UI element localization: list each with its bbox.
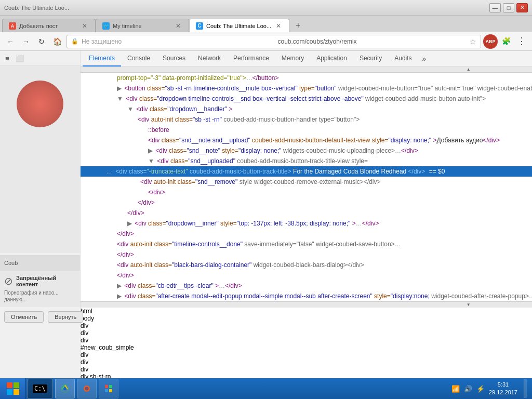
breadcrumb-new-coub[interactable]: #new_coub_simple [81,344,532,351]
devtools-tab-elements[interactable]: Elements [83,51,121,66]
attr-name: class= [148,220,166,227]
address-url: coub.com/coubs/ztyoh/remix [278,38,467,45]
devtools-more-button[interactable]: » [418,51,431,66]
breadcrumb-div2[interactable]: div [81,329,532,337]
html-panel[interactable]: prompt-top="-3" data-prompt-initialized=… [81,73,532,301]
tag: <div [117,261,128,269]
attr-name-sel2: coubed-add-music-button-track-title> [190,168,291,175]
sidebar-icon-1[interactable]: ≡ [2,53,12,63]
new-tab-button[interactable]: + [289,19,305,32]
breadcrumb-div3[interactable]: div [81,337,532,344]
taskbar-clock[interactable]: 5:31 29.12.2017 [489,381,517,397]
scroll-down-button[interactable]: ▼ [81,301,532,308]
taskbar-firefox[interactable] [77,379,97,398]
tag: </div> [138,199,155,206]
expand-icon[interactable]: ▼ [127,104,134,114]
tag: <div [138,116,149,123]
devtools-tab-console[interactable]: Console [121,51,156,66]
taskbar-colorpicker[interactable] [99,379,118,398]
tab-favicon-2: 🐦 [102,22,110,30]
attr-name2: type= [299,85,315,92]
breadcrumb-body[interactable]: body [81,315,532,322]
reload-button[interactable]: ↻ [34,35,49,48]
tag: <div [126,95,137,102]
tab-close-1[interactable]: ✕ [81,22,89,30]
devtools-tab-memory[interactable]: Memory [275,51,310,66]
tab-close-3[interactable]: ✕ [274,22,283,30]
user-avatar[interactable]: АВР [483,34,498,49]
forward-button[interactable]: → [19,35,33,48]
attr-val2: "display: none;" [389,137,432,144]
taskbar: C:\ [0,378,532,399]
maximize-button[interactable]: □ [503,3,514,12]
tag: </div> [117,230,134,237]
attr-val: "snd__note snd__upload" [179,137,250,144]
tray-volume-icon[interactable]: 🔊 [464,385,472,393]
taskbar-chrome[interactable] [55,379,75,398]
devtools-tab-sources[interactable]: Sources [156,51,192,66]
breadcrumb-html[interactable]: html [81,308,532,315]
sidebar-icon-2[interactable]: ⬜ [15,53,25,63]
expand-icon[interactable]: ▼ [117,94,123,103]
attr-name: class= [170,157,188,165]
tray-battery-icon[interactable]: ⚡ [476,385,485,393]
sidebar-controls: ≡ ⬜ [0,51,80,66]
browser-tab-1[interactable]: А Добавить пост ✕ [2,19,96,32]
return-button[interactable]: Вернуть [48,311,83,323]
svg-rect-11 [109,389,112,392]
attr-val: "timeline-controls__done" [172,241,243,248]
sidebar-content [0,66,80,253]
close-tag: </div> [362,220,379,227]
warning-title: Запрещённый контент [16,275,76,287]
devtools-tab-audits[interactable]: Audits [388,51,418,66]
start-button[interactable] [0,378,26,399]
new-tab-icon: + [296,21,300,30]
cancel-button[interactable]: Отменить [4,311,44,323]
attr-val: "dropdown__handler" [167,105,227,113]
breadcrumb-div4[interactable]: div [81,351,532,358]
tab-close-2[interactable]: ✕ [174,22,182,30]
attr-val: "sb -st -rn" [193,116,222,123]
breadcrumb-div6[interactable]: div [81,366,532,373]
taskbar-cmd[interactable]: C:\ [27,379,53,398]
html-line: ::before [81,125,532,135]
bracket: > [352,220,356,227]
back-button[interactable]: ← [3,35,18,48]
extensions-button[interactable]: 🧩 [499,34,513,48]
browser-tab-3[interactable]: C Coub: The Ultimate Loo... ✕ [189,19,289,32]
expand-icon[interactable]: ▼ [148,156,154,166]
close-button[interactable]: ✕ [516,3,528,12]
expand-icon[interactable]: ▶ [117,281,122,290]
tab-label-1: Добавить пост [19,23,58,29]
tag: <div [140,178,152,185]
expand-icon[interactable]: ▶ [148,146,153,155]
devtools-tab-application[interactable]: Application [310,51,353,66]
attr-val2: "display: none;" [238,147,282,154]
devtools-tab-network[interactable]: Network [192,51,227,66]
attr-rest: widget-coubed-black-bars-dialog></div> [254,261,364,269]
tag: <div [124,292,136,300]
selected-html-line[interactable]: ... <div class="-truncate-text" coubed-a… [81,166,532,177]
attr-val: "sb -st -rn timeline-controls__mute box-… [165,85,297,92]
browser-tab-2[interactable]: 🐦 My timeline ✕ [96,19,189,32]
breadcrumb-div-sbstrn[interactable]: div.sb-st-rn [81,373,532,378]
address-bar[interactable]: 🔒 Не защищено coub.com/coubs/ztyoh/remix… [66,35,481,48]
expand-icon[interactable]: ▶ [127,219,132,228]
devtools-tab-performance[interactable]: Performance [227,51,275,66]
bookmark-star-icon[interactable]: ☆ [470,37,476,46]
breadcrumb-div5[interactable]: div [81,358,532,366]
breadcrumb-div1[interactable]: div [81,322,532,329]
expand-icon[interactable]: ▶ [117,84,122,93]
tray-network-icon[interactable]: 📶 [451,385,460,393]
tag: <div [117,241,128,248]
devtools-tab-security[interactable]: Security [353,51,388,66]
show-desktop-button[interactable] [524,379,527,398]
ellipsis: … [246,74,252,82]
expand-icon[interactable]: ▶ [117,291,122,301]
settings-menu-button[interactable]: ⋮ [514,34,529,48]
browser-window: Coub: The Ultimate Loo... — □ ✕ А Добави… [0,0,532,378]
minimize-button[interactable]: — [489,3,501,12]
home-button[interactable]: 🏠 [50,35,64,48]
scroll-up-button[interactable]: ▲ [81,66,532,73]
breadcrumb-bar: html body div div div #new_coub_simple d… [81,308,532,378]
